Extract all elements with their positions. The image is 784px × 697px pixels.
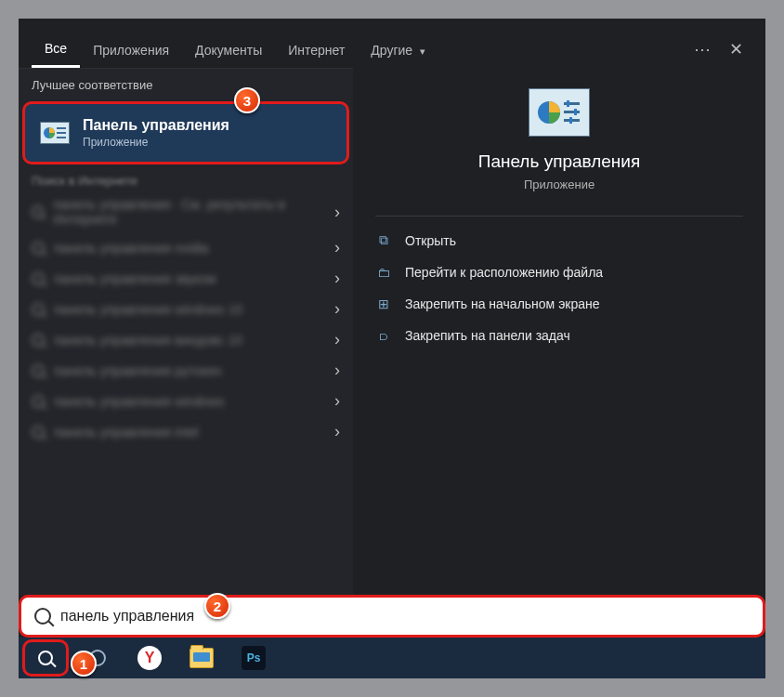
best-match-header: Лучшее соответствие <box>19 69 353 101</box>
pin-icon: ⫐ <box>375 328 392 343</box>
chevron-right-icon: › <box>334 391 340 411</box>
photoshop-icon: Ps <box>242 646 266 670</box>
taskbar: Y Ps <box>19 638 765 678</box>
taskbar-search-button[interactable] <box>22 639 69 677</box>
svg-rect-9 <box>574 109 577 115</box>
search-icon <box>32 272 45 285</box>
action-pin-start[interactable]: ⊞ Закрепить на начальном экране <box>353 288 765 320</box>
preview-pane: Панель управления Приложение ⧉ Открыть 🗀… <box>353 68 765 596</box>
windows-search-flyout: Все Приложения Документы Интернет Другие… <box>19 19 765 678</box>
svg-rect-10 <box>569 117 572 124</box>
web-result-item[interactable]: панель управления windows 10 › <box>19 294 353 324</box>
svg-rect-3 <box>57 137 66 138</box>
close-icon[interactable]: ✕ <box>719 39 752 65</box>
web-result-item[interactable]: панель управления intel › <box>19 416 353 447</box>
explorer-icon <box>189 648 214 668</box>
chevron-right-icon: › <box>334 203 340 222</box>
search-icon <box>32 426 45 439</box>
web-result-item[interactable]: панель управления nvidia › <box>19 232 353 263</box>
tab-internet[interactable]: Интернет <box>275 37 358 67</box>
tab-documents[interactable]: Документы <box>182 37 275 67</box>
tab-more-label: Другие <box>371 43 412 58</box>
action-goto-file-location[interactable]: 🗀 Перейти к расположению файла <box>353 256 765 288</box>
search-bar[interactable] <box>19 595 765 638</box>
svg-rect-8 <box>567 100 569 107</box>
annotation-badge-1: 1 <box>71 651 97 677</box>
chevron-right-icon: › <box>334 361 340 380</box>
annotation-badge-3: 3 <box>234 87 260 113</box>
tab-more[interactable]: Другие ▾ <box>358 37 438 67</box>
tab-apps[interactable]: Приложения <box>80 37 182 67</box>
web-result-item[interactable]: панель управления виндовс 10 › <box>19 324 353 355</box>
preview-title: Панель управления <box>353 151 765 172</box>
search-icon <box>32 334 45 347</box>
divider <box>375 216 743 217</box>
search-icon <box>32 242 45 255</box>
search-icon <box>32 303 45 316</box>
best-match-text: Панель управления Приложение <box>83 117 229 149</box>
search-icon <box>32 395 45 408</box>
folder-icon: 🗀 <box>375 265 392 280</box>
search-input[interactable] <box>60 608 750 625</box>
control-panel-icon <box>40 122 70 144</box>
search-body: Лучшее соответствие Панель уп <box>19 68 765 596</box>
web-result-item[interactable]: панель управления · См. результаты в Инт… <box>19 191 353 232</box>
results-column: Лучшее соответствие Панель уп <box>19 68 353 596</box>
chevron-right-icon: › <box>334 330 340 349</box>
search-scope-tabs: Все Приложения Документы Интернет Другие… <box>19 19 765 68</box>
taskbar-file-explorer[interactable] <box>178 639 225 677</box>
annotation-badge-2: 2 <box>204 593 230 619</box>
pin-icon: ⊞ <box>375 296 392 311</box>
action-open[interactable]: ⧉ Открыть <box>353 224 765 256</box>
chevron-right-icon: › <box>334 422 340 441</box>
chevron-right-icon: › <box>334 299 340 319</box>
svg-rect-1 <box>57 127 66 129</box>
best-match-title: Панель управления <box>83 117 229 134</box>
chevron-right-icon: › <box>334 269 340 288</box>
chevron-right-icon: › <box>334 238 340 257</box>
web-result-item[interactable]: панель управления рутокен › <box>19 355 353 386</box>
search-icon <box>32 205 44 218</box>
web-result-item[interactable]: панель управления windows › <box>19 386 353 416</box>
svg-rect-6 <box>564 111 580 113</box>
svg-rect-2 <box>57 132 66 134</box>
search-icon <box>32 364 45 377</box>
taskbar-yandex-browser[interactable]: Y <box>126 639 173 677</box>
tab-all[interactable]: Все <box>32 35 80 68</box>
action-pin-taskbar[interactable]: ⫐ Закрепить на панели задач <box>353 320 765 351</box>
preview-subtitle: Приложение <box>353 178 765 191</box>
chevron-down-icon: ▾ <box>420 46 425 57</box>
more-options-icon[interactable]: ⋯ <box>686 39 719 65</box>
control-panel-icon <box>529 88 590 137</box>
search-panel: Все Приложения Документы Интернет Другие… <box>19 19 765 595</box>
svg-rect-5 <box>564 102 580 105</box>
search-icon <box>34 608 51 625</box>
web-results-header: Поиск в Интернете <box>19 164 353 191</box>
best-match-subtitle: Приложение <box>83 136 229 149</box>
taskbar-photoshop[interactable]: Ps <box>230 639 277 677</box>
web-result-item[interactable]: панель управления звуком › <box>19 263 353 294</box>
search-icon <box>38 651 53 665</box>
best-match-result[interactable]: Панель управления Приложение <box>22 101 349 164</box>
yandex-icon: Y <box>137 646 162 670</box>
open-icon: ⧉ <box>375 232 392 248</box>
